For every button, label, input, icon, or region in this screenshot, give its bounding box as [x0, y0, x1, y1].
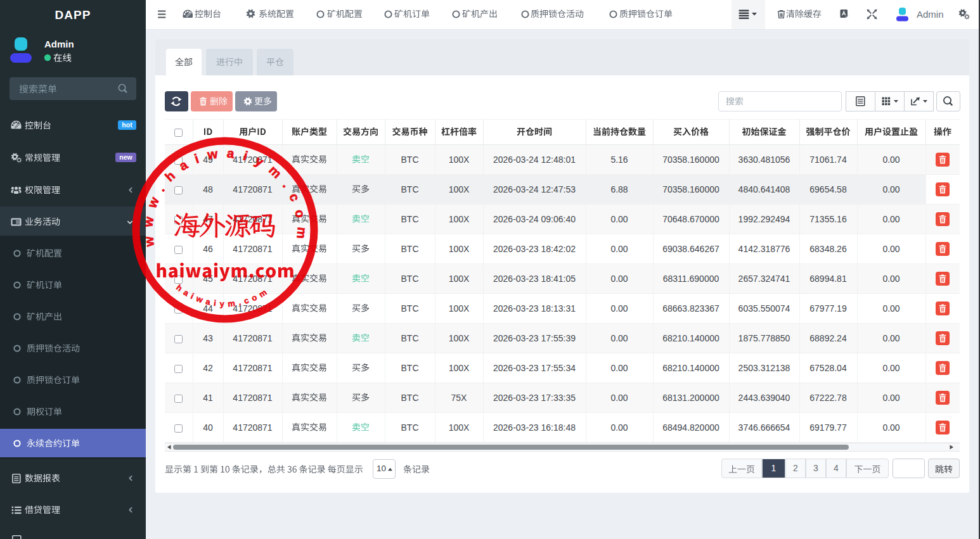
svg-text:haiwaiym.com: haiwaiym.com [174, 282, 271, 308]
